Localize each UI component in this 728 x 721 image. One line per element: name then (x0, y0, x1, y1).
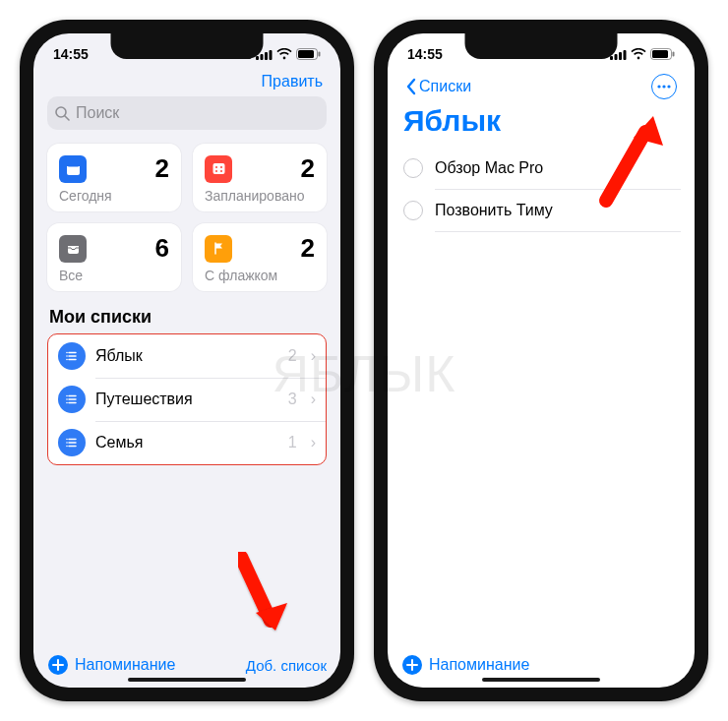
tile-planned-label: Запланировано (205, 188, 315, 204)
calendar-icon (59, 155, 87, 183)
tile-planned[interactable]: 2 Запланировано (193, 144, 327, 211)
list-item[interactable]: Путешествия 3 › (48, 378, 326, 421)
my-lists-heading: Мои списки (49, 307, 327, 328)
svg-point-44 (657, 85, 660, 88)
svg-point-16 (215, 170, 217, 172)
list-item-count: 3 (288, 391, 297, 408)
status-indicators (256, 48, 321, 60)
status-indicators (610, 48, 675, 60)
list-item[interactable]: Семья 1 › (48, 421, 326, 464)
svg-rect-12 (69, 168, 78, 173)
svg-rect-3 (270, 50, 273, 60)
home-indicator (128, 678, 246, 682)
svg-point-21 (66, 352, 68, 354)
svg-point-29 (66, 402, 68, 404)
tile-today-count: 2 (155, 153, 169, 184)
status-time: 14:55 (53, 46, 89, 62)
battery-icon (650, 48, 675, 60)
tile-all-count: 6 (155, 233, 169, 264)
svg-point-46 (667, 85, 670, 88)
svg-point-45 (662, 85, 665, 88)
bottom-toolbar: Напоминание (401, 654, 681, 676)
svg-point-17 (220, 170, 222, 172)
back-button[interactable]: Списки (405, 78, 471, 95)
svg-line-8 (65, 116, 69, 120)
list-icon (58, 342, 86, 370)
svg-point-27 (66, 395, 68, 397)
tile-flagged[interactable]: 2 С флажком (193, 223, 327, 291)
list-item-name: Яблык (95, 347, 278, 365)
my-lists: Яблык 2 › Путешествия 3 › (47, 333, 327, 465)
list-item-count: 2 (288, 347, 297, 365)
reminder-checkbox[interactable] (403, 201, 423, 220)
list-item-name: Путешествия (95, 391, 278, 408)
svg-point-23 (66, 359, 68, 361)
svg-rect-39 (619, 52, 622, 60)
tile-planned-count: 2 (301, 153, 315, 184)
list-item[interactable]: Яблык 2 › (48, 334, 326, 378)
battery-icon (296, 48, 321, 60)
svg-point-14 (215, 166, 217, 168)
notch (465, 33, 618, 59)
search-field[interactable]: Поиск (47, 96, 327, 130)
search-icon (55, 106, 70, 121)
flag-icon (205, 235, 232, 263)
new-reminder-button[interactable]: Напоминание (47, 654, 175, 676)
wifi-icon (631, 48, 646, 60)
svg-rect-2 (265, 52, 268, 60)
notch (111, 33, 264, 59)
chevron-right-icon: › (311, 347, 316, 365)
ellipsis-icon (657, 85, 671, 89)
svg-point-22 (66, 355, 68, 357)
svg-rect-43 (673, 52, 675, 57)
divider (435, 231, 681, 232)
svg-rect-1 (261, 54, 264, 60)
svg-rect-11 (67, 163, 80, 166)
reminder-checkbox[interactable] (403, 158, 423, 178)
chevron-right-icon: › (311, 434, 316, 451)
tile-today-label: Сегодня (59, 188, 169, 204)
more-button[interactable] (651, 74, 677, 99)
back-label: Списки (419, 78, 471, 95)
tile-flagged-count: 2 (301, 233, 315, 264)
tile-all[interactable]: 6 Все (47, 223, 181, 291)
svg-rect-6 (319, 52, 321, 57)
svg-rect-5 (298, 50, 314, 58)
svg-point-35 (66, 446, 68, 448)
edit-button[interactable]: Править (262, 73, 323, 90)
new-reminder-button[interactable]: Напоминание (401, 654, 529, 676)
wifi-icon (276, 48, 292, 60)
chevron-left-icon (405, 78, 417, 95)
nav-bar: Списки (401, 67, 681, 100)
reminder-text: Обзор Mac Pro (435, 159, 543, 177)
annotation-arrow (226, 552, 295, 660)
chevron-right-icon: › (311, 391, 316, 408)
home-indicator (482, 678, 600, 682)
svg-point-15 (220, 166, 222, 168)
tile-flagged-label: С флажком (205, 268, 315, 283)
svg-point-33 (66, 439, 68, 441)
annotation-arrow (586, 102, 675, 210)
new-reminder-label: Напоминание (429, 656, 529, 674)
svg-point-28 (66, 398, 68, 400)
search-placeholder: Поиск (76, 104, 119, 122)
plus-circle-icon (47, 654, 69, 676)
svg-rect-13 (212, 163, 224, 174)
list-icon (58, 429, 86, 456)
reminder-text: Позвонить Тиму (435, 202, 553, 219)
new-reminder-label: Напоминание (75, 656, 175, 674)
tile-today[interactable]: 2 Сегодня (47, 144, 181, 211)
list-icon (58, 386, 86, 413)
list-item-name: Семья (95, 434, 278, 451)
tile-all-label: Все (59, 268, 169, 283)
svg-rect-38 (615, 54, 618, 60)
phone-left: 14:55 Править Поиск (20, 20, 354, 701)
list-item-count: 1 (288, 434, 297, 451)
svg-rect-40 (624, 50, 627, 60)
svg-point-34 (66, 442, 68, 444)
summary-tiles: 2 Сегодня 2 Запланировано (47, 144, 327, 291)
svg-rect-42 (652, 50, 668, 58)
status-time: 14:55 (407, 46, 443, 62)
calendar-planned-icon (205, 155, 232, 183)
tray-icon (59, 235, 87, 263)
